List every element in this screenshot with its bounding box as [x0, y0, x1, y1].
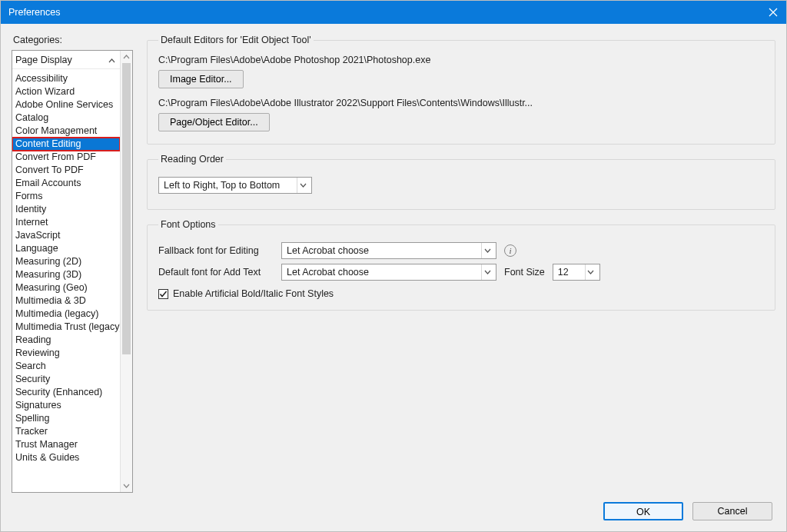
category-item[interactable]: Security (Enhanced): [12, 386, 120, 399]
window-title: Preferences: [8, 7, 60, 18]
category-item[interactable]: Language: [12, 242, 120, 255]
category-item[interactable]: Color Management: [12, 125, 120, 138]
category-item[interactable]: Multimedia (legacy): [12, 308, 120, 321]
dialog-body: Categories: Page Display AccessibilityAc…: [1, 24, 786, 496]
scroll-up-button[interactable]: [121, 51, 132, 63]
default-editors-title: Default Editors for 'Edit Object Tool': [158, 35, 314, 45]
enable-artificial-styles-checkbox[interactable]: [158, 289, 168, 299]
preferences-window: Preferences Categories: Page Display: [0, 0, 787, 532]
category-item[interactable]: Tracker: [12, 425, 120, 438]
chevron-up-icon: [123, 55, 130, 59]
categories-panel: Categories: Page Display AccessibilityAc…: [12, 35, 133, 493]
default-font-label: Default font for Add Text: [158, 267, 274, 278]
category-item[interactable]: Units & Guides: [12, 451, 120, 464]
enable-artificial-styles-label: Enable Artificial Bold/Italic Font Style…: [173, 288, 334, 299]
chevron-down-icon: [123, 484, 130, 488]
category-item[interactable]: Measuring (3D): [12, 268, 120, 281]
category-item[interactable]: Content Editing: [12, 138, 120, 151]
fallback-font-select[interactable]: Let Acrobat choose: [281, 242, 496, 259]
default-font-value: Let Acrobat choose: [287, 267, 369, 278]
page-editor-path: C:\Program Files\Adobe\Adobe Illustrator…: [158, 98, 764, 108]
categories-top-item[interactable]: Page Display: [12, 51, 120, 69]
category-item[interactable]: Reviewing: [12, 347, 120, 360]
default-font-select[interactable]: Let Acrobat choose: [281, 264, 496, 281]
reading-order-title: Reading Order: [158, 154, 226, 165]
category-item[interactable]: Trust Manager: [12, 438, 120, 451]
categories-list: AccessibilityAction WizardAdobe Online S…: [12, 69, 120, 469]
font-options-group: Font Options Fallback font for Editing L…: [147, 219, 775, 311]
category-item[interactable]: Signatures: [12, 399, 120, 412]
chevron-down-icon: [481, 264, 493, 280]
categories-top-label: Page Display: [15, 55, 72, 65]
category-item[interactable]: Email Accounts: [12, 177, 120, 190]
chevron-up-icon: [108, 55, 115, 65]
scroll-down-button[interactable]: [121, 480, 132, 492]
image-editor-button[interactable]: Image Editor...: [158, 70, 244, 88]
category-item[interactable]: Measuring (2D): [12, 255, 120, 268]
page-editor-button[interactable]: Page/Object Editor...: [158, 113, 270, 131]
category-item[interactable]: Action Wizard: [12, 85, 120, 98]
font-options-title: Font Options: [158, 219, 218, 230]
close-icon: [769, 8, 778, 17]
chevron-down-icon: [297, 178, 308, 193]
reading-order-select[interactable]: Left to Right, Top to Bottom: [158, 177, 312, 194]
close-button[interactable]: [768, 7, 779, 18]
info-icon[interactable]: i: [504, 244, 516, 257]
categories-scrollbar[interactable]: [120, 51, 132, 492]
cancel-button[interactable]: Cancel: [692, 502, 772, 520]
font-size-value: 12: [558, 267, 569, 278]
image-editor-path: C:\Program Files\Adobe\Adobe Photoshop 2…: [158, 55, 764, 65]
category-item[interactable]: Multimedia & 3D: [12, 294, 120, 308]
category-item[interactable]: Search: [12, 360, 120, 373]
category-item[interactable]: Catalog: [12, 111, 120, 125]
settings-panel: Default Editors for 'Edit Object Tool' C…: [147, 35, 775, 493]
categories-listbox[interactable]: Page Display AccessibilityAction WizardA…: [12, 50, 133, 493]
reading-order-value: Left to Right, Top to Bottom: [164, 180, 280, 191]
fallback-font-label: Fallback font for Editing: [158, 245, 274, 256]
category-item[interactable]: Spelling: [12, 412, 120, 425]
category-item[interactable]: Identity: [12, 203, 120, 216]
title-bar: Preferences: [1, 1, 786, 24]
category-item[interactable]: Convert To PDF: [12, 164, 120, 177]
category-item[interactable]: JavaScript: [12, 229, 120, 242]
chevron-down-icon: [481, 243, 493, 258]
chevron-down-icon: [585, 264, 596, 280]
category-item[interactable]: Security: [12, 373, 120, 386]
category-item[interactable]: Reading: [12, 334, 120, 347]
categories-label: Categories:: [13, 35, 133, 45]
default-editors-group: Default Editors for 'Edit Object Tool' C…: [147, 35, 775, 145]
font-size-label: Font Size: [504, 267, 545, 278]
category-item[interactable]: Measuring (Geo): [12, 281, 120, 294]
dialog-footer: OK Cancel: [1, 496, 786, 531]
scroll-thumb[interactable]: [122, 63, 131, 354]
scroll-track[interactable]: [121, 63, 132, 480]
categories-items: Page Display AccessibilityAction WizardA…: [12, 51, 120, 492]
font-size-select[interactable]: 12: [553, 264, 600, 281]
category-item[interactable]: Adobe Online Services: [12, 98, 120, 111]
check-icon: [159, 290, 168, 298]
category-item[interactable]: Multimedia Trust (legacy): [12, 321, 120, 334]
category-item[interactable]: Forms: [12, 190, 120, 203]
enable-artificial-styles-row[interactable]: Enable Artificial Bold/Italic Font Style…: [158, 288, 764, 299]
category-item[interactable]: Internet: [12, 216, 120, 229]
category-item[interactable]: Convert From PDF: [12, 151, 120, 164]
ok-button[interactable]: OK: [603, 502, 683, 520]
category-item[interactable]: Accessibility: [12, 72, 120, 85]
reading-order-group: Reading Order Left to Right, Top to Bott…: [147, 154, 775, 210]
fallback-font-value: Let Acrobat choose: [287, 245, 369, 256]
